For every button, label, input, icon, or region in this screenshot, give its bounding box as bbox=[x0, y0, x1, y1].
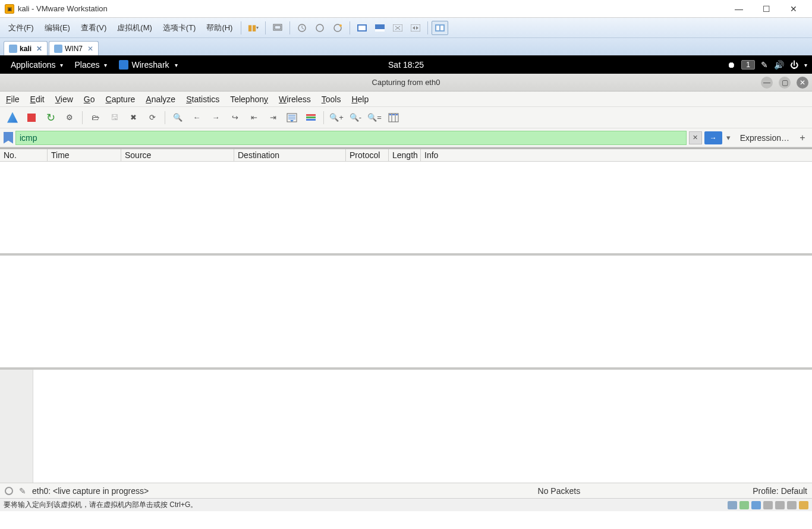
find-packet-button[interactable]: 🔍 bbox=[169, 109, 187, 126]
svg-rect-18 bbox=[440, 26, 443, 30]
clock[interactable]: Sat 18:25 bbox=[388, 60, 424, 70]
ws-menu-file[interactable]: File bbox=[6, 95, 20, 104]
tool-icon[interactable]: ✎ bbox=[761, 60, 768, 70]
message-icon[interactable] bbox=[799, 501, 808, 509]
ws-menu-edit[interactable]: Edit bbox=[30, 95, 45, 104]
auto-scroll-button[interactable] bbox=[283, 109, 301, 126]
col-time[interactable]: Time bbox=[48, 149, 121, 161]
ws-menu-go[interactable]: Go bbox=[84, 95, 95, 104]
disk-icon[interactable] bbox=[728, 501, 737, 509]
reload-button[interactable]: ⟳ bbox=[143, 109, 161, 126]
vmware-menu-edit[interactable]: 编辑(E) bbox=[40, 20, 75, 36]
go-back-button[interactable]: ← bbox=[188, 109, 206, 126]
ws-close-button[interactable]: ✕ bbox=[797, 77, 808, 89]
filter-expression-button[interactable]: Expression… bbox=[735, 133, 794, 143]
volume-icon[interactable]: 🔊 bbox=[774, 60, 784, 70]
resize-columns-button[interactable] bbox=[385, 109, 402, 126]
close-button[interactable]: ✕ bbox=[780, 0, 807, 18]
stretch-button[interactable] bbox=[407, 21, 424, 35]
unity-button[interactable] bbox=[372, 21, 388, 35]
send-cad-button[interactable] bbox=[269, 21, 286, 35]
ws-menu-statistics[interactable]: Statistics bbox=[186, 95, 219, 104]
applications-menu[interactable]: Applications bbox=[5, 60, 69, 70]
ws-menu-help[interactable]: Help bbox=[351, 95, 369, 104]
snapshot-revert-button[interactable] bbox=[311, 21, 328, 35]
status-profile[interactable]: Profile: Default bbox=[753, 486, 807, 496]
maximize-button[interactable]: ☐ bbox=[753, 0, 780, 18]
vmware-menu-help[interactable]: 帮助(H) bbox=[202, 20, 237, 36]
apply-filter-button[interactable]: → bbox=[704, 131, 722, 144]
network-icon[interactable] bbox=[751, 501, 761, 509]
stop-capture-button[interactable] bbox=[23, 109, 40, 126]
display-filter-input[interactable] bbox=[15, 131, 687, 145]
ws-maximize-button[interactable]: ▢ bbox=[779, 77, 791, 89]
dropdown-icon[interactable]: ▾ bbox=[804, 62, 807, 68]
thumbnail-bar-button[interactable] bbox=[432, 21, 448, 35]
recording-icon[interactable]: ⏺ bbox=[727, 60, 735, 70]
col-length[interactable]: Length bbox=[389, 149, 421, 161]
col-info[interactable]: Info bbox=[421, 149, 812, 161]
capture-options-button[interactable]: ⚙ bbox=[61, 109, 78, 126]
active-app-menu[interactable]: Wireshark bbox=[113, 60, 184, 70]
zoom-in-button[interactable]: 🔍+ bbox=[328, 109, 345, 126]
printer-icon[interactable] bbox=[763, 501, 773, 509]
minimize-button[interactable]: — bbox=[725, 0, 753, 18]
col-protocol[interactable]: Protocol bbox=[346, 149, 389, 161]
vmware-menu-file[interactable]: 文件(F) bbox=[4, 20, 39, 36]
ws-menu-tools[interactable]: Tools bbox=[322, 95, 341, 104]
pause-vm-button[interactable]: ▮▮▾ bbox=[245, 21, 262, 35]
zoom-out-button[interactable]: 🔍- bbox=[347, 109, 364, 126]
separator bbox=[323, 111, 324, 124]
save-icon: 🖫 bbox=[111, 113, 118, 122]
vmware-menu-view[interactable]: 查看(V) bbox=[76, 20, 111, 36]
cd-icon[interactable] bbox=[739, 501, 749, 509]
close-file-button[interactable]: ✖ bbox=[124, 109, 142, 126]
ws-menu-analyze[interactable]: Analyze bbox=[146, 95, 175, 104]
usb-icon[interactable] bbox=[787, 501, 797, 509]
packet-details-pane[interactable] bbox=[0, 256, 812, 370]
vm-tab-kali[interactable]: kali ✕ bbox=[4, 41, 48, 55]
snapshot-manager-button[interactable] bbox=[329, 21, 346, 35]
add-filter-button[interactable]: + bbox=[797, 133, 808, 143]
vmware-menu-vm[interactable]: 虚拟机(M) bbox=[112, 20, 157, 36]
go-last-button[interactable]: ⇥ bbox=[264, 109, 282, 126]
ws-menu-telephony[interactable]: Telephony bbox=[230, 95, 268, 104]
restart-capture-button[interactable]: ↻ bbox=[42, 109, 59, 126]
zoom-reset-button[interactable]: 🔍= bbox=[366, 109, 383, 126]
start-capture-button[interactable] bbox=[4, 109, 21, 126]
vm-tab-win7[interactable]: WIN7 ✕ bbox=[49, 41, 99, 55]
vmware-menu-tabs[interactable]: 选项卡(T) bbox=[158, 20, 201, 36]
snapshot-take-button[interactable] bbox=[294, 21, 310, 35]
filter-history-dropdown[interactable]: ▾ bbox=[725, 131, 733, 144]
colorize-button[interactable] bbox=[302, 109, 320, 126]
packet-bytes-pane[interactable] bbox=[0, 370, 812, 483]
goto-icon: ↪ bbox=[232, 113, 238, 122]
places-menu[interactable]: Places bbox=[69, 60, 113, 70]
edit-capture-comment-icon[interactable]: ✎ bbox=[19, 486, 26, 496]
ws-minimize-button[interactable]: — bbox=[761, 77, 773, 89]
workspace-indicator[interactable]: 1 bbox=[741, 60, 755, 70]
go-forward-button[interactable]: → bbox=[207, 109, 225, 126]
col-source[interactable]: Source bbox=[121, 149, 234, 161]
sound-icon[interactable] bbox=[775, 501, 785, 509]
go-first-button[interactable]: ⇤ bbox=[245, 109, 263, 126]
console-view-button[interactable] bbox=[389, 21, 406, 35]
power-icon[interactable]: ⏻ bbox=[790, 60, 798, 70]
close-tab-icon[interactable]: ✕ bbox=[36, 45, 42, 53]
bookmark-icon[interactable] bbox=[4, 132, 13, 144]
ws-menu-wireless[interactable]: Wireless bbox=[279, 95, 311, 104]
close-tab-icon[interactable]: ✕ bbox=[87, 45, 93, 53]
col-no[interactable]: No. bbox=[0, 149, 48, 161]
save-file-button[interactable]: 🖫 bbox=[105, 109, 123, 126]
go-to-packet-button[interactable]: ↪ bbox=[226, 109, 244, 126]
fullscreen-button[interactable] bbox=[354, 21, 370, 35]
ws-menu-view[interactable]: View bbox=[55, 95, 73, 104]
col-destination[interactable]: Destination bbox=[234, 149, 346, 161]
vm-tabs: kali ✕ WIN7 ✕ bbox=[0, 38, 812, 56]
expert-info-icon[interactable] bbox=[5, 487, 13, 495]
clear-filter-button[interactable]: ✕ bbox=[689, 131, 702, 144]
open-file-button[interactable]: 🗁 bbox=[86, 109, 104, 126]
packet-list-pane[interactable] bbox=[0, 162, 812, 256]
ws-menu-capture[interactable]: Capture bbox=[106, 95, 136, 104]
svg-rect-30 bbox=[389, 114, 391, 115]
